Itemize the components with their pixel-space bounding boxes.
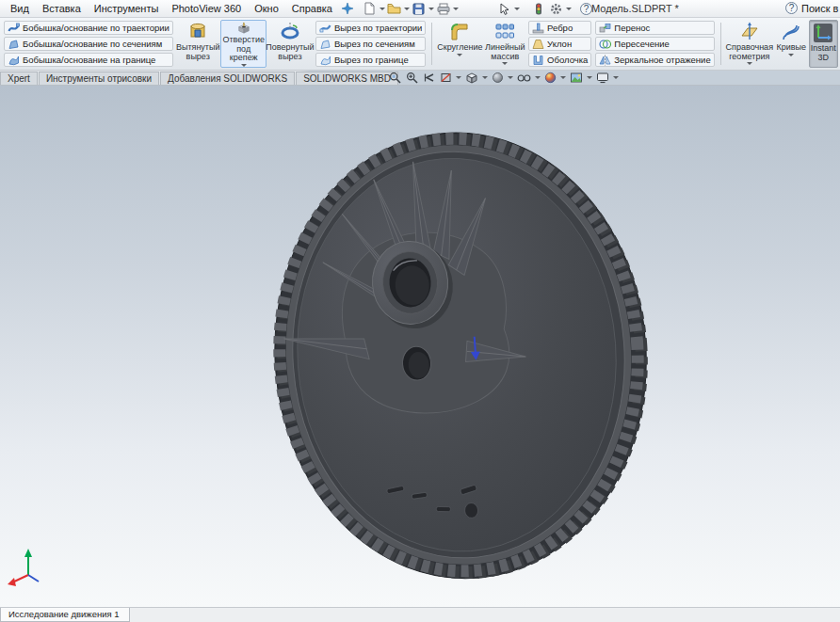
- reference-geometry-caret[interactable]: [747, 62, 752, 65]
- linear-pattern-button[interactable]: Линейный массив: [483, 20, 526, 68]
- reference-geometry-icon: [739, 22, 760, 42]
- section-view-icon[interactable]: [439, 72, 453, 84]
- edit-appearance-caret[interactable]: [560, 76, 566, 79]
- swept-boss-button[interactable]: Бобышка/основание по траектории: [4, 21, 173, 35]
- hide-show-caret[interactable]: [535, 76, 541, 79]
- new-document-caret[interactable]: [380, 8, 385, 10]
- section-view-caret[interactable]: [456, 76, 461, 79]
- tab-solidworks-addins[interactable]: Добавления SOLIDWORKS: [160, 72, 295, 85]
- options-icon[interactable]: [548, 1, 565, 16]
- curves-button[interactable]: Кривые: [774, 20, 809, 68]
- draft-button[interactable]: Уклон: [528, 37, 591, 51]
- pin-icon[interactable]: [339, 1, 356, 16]
- boundary-cut-button[interactable]: Вырез по границе: [315, 53, 426, 67]
- previous-view-icon[interactable]: [422, 72, 436, 84]
- lofted-boss-icon: [8, 39, 20, 50]
- view-orientation-icon[interactable]: [464, 72, 479, 84]
- hole-wizard-caret[interactable]: [241, 64, 247, 67]
- curves-caret[interactable]: [788, 54, 794, 56]
- open-icon[interactable]: [386, 1, 403, 16]
- fillet-caret[interactable]: [457, 54, 462, 56]
- display-style-caret[interactable]: [508, 76, 513, 79]
- menu-view[interactable]: Вид: [4, 1, 36, 16]
- edit-appearance-icon[interactable]: [543, 72, 557, 84]
- shell-button[interactable]: Оболочка: [528, 53, 591, 67]
- zoom-area-icon[interactable]: [405, 72, 419, 84]
- view-settings-glyph: [596, 72, 609, 84]
- apply-scene-icon[interactable]: [569, 72, 584, 84]
- ribbon-separator-1: [431, 23, 432, 65]
- view-settings-icon[interactable]: [595, 72, 610, 84]
- extruded-cut-icon: [187, 22, 208, 42]
- new-document-icon[interactable]: [362, 1, 379, 16]
- mirror-button[interactable]: Зеркальное отражение: [595, 53, 714, 67]
- menu-tools[interactable]: Инструменты: [88, 1, 166, 16]
- boundary-boss-button[interactable]: Бобышка/основание на границе: [4, 53, 173, 67]
- transform-stack: Перенос Пересечение Зеркальное отражение: [593, 20, 716, 68]
- motion-study-tab[interactable]: Исследование движения 1: [0, 608, 130, 622]
- menu-photoview[interactable]: PhotoView 360: [165, 1, 248, 16]
- commandmanager-tab-bar: Xpert Инструменты отрисовки Добавления S…: [0, 71, 840, 86]
- revolved-cut-button[interactable]: Повернутый вырез: [267, 20, 314, 68]
- help-search[interactable]: ? Поиск в Спр: [780, 1, 840, 15]
- rebuild-icon[interactable]: [530, 1, 547, 16]
- command-manager: Бобышка/основание по траектории Бобышка/…: [0, 18, 840, 71]
- select-arrow-caret[interactable]: [514, 8, 520, 10]
- tab-render-tools[interactable]: Инструменты отрисовки: [39, 72, 159, 85]
- intersect-button[interactable]: Пересечение: [595, 37, 714, 51]
- fillet-button[interactable]: Скругление: [436, 20, 483, 68]
- zoom-area-glyph: [406, 72, 418, 84]
- print-caret[interactable]: [453, 8, 459, 10]
- standard-toolbar: [362, 1, 459, 16]
- display-style-glyph: [492, 72, 504, 84]
- instant3d-button[interactable]: Instant 3D: [809, 20, 838, 68]
- tab-dimxpert[interactable]: Xpert: [0, 72, 38, 85]
- rib-button[interactable]: Ребро: [528, 21, 591, 35]
- linear-pattern-label: Линейный массив: [484, 43, 525, 61]
- save-caret[interactable]: [428, 8, 434, 10]
- display-style-icon[interactable]: [491, 72, 505, 84]
- graphics-viewport[interactable]: [0, 86, 840, 607]
- solidworks-window: Вид Вставка Инструменты PhotoView 360 Ок…: [0, 0, 840, 622]
- hide-show-icon[interactable]: [516, 72, 532, 84]
- extruded-cut-button[interactable]: Вытянутый вырез: [175, 20, 221, 68]
- zoom-fit-icon[interactable]: [388, 72, 402, 84]
- view-settings-caret[interactable]: [613, 76, 619, 79]
- apply-scene-caret[interactable]: [587, 76, 592, 79]
- boundary-cut-label: Вырез по границе: [334, 55, 409, 65]
- gear-model[interactable]: [260, 120, 661, 591]
- help-icon[interactable]: ?: [580, 3, 592, 15]
- selection-toolbar: ?: [496, 1, 592, 16]
- save-icon[interactable]: [411, 1, 428, 16]
- swept-boss-label: Бобышка/основание по траектории: [23, 23, 170, 33]
- lofted-cut-icon: [319, 39, 331, 50]
- swept-cut-button[interactable]: Вырез по траектории: [315, 21, 426, 35]
- pin-star-glyph: [342, 3, 353, 14]
- menu-help[interactable]: Справка: [285, 1, 339, 16]
- tab-solidworks-mbd[interactable]: SOLIDWORKS MBD: [296, 72, 398, 85]
- open-caret[interactable]: [404, 8, 410, 10]
- boundary-boss-icon: [8, 55, 20, 66]
- linear-pattern-caret[interactable]: [502, 62, 508, 65]
- menu-insert[interactable]: Вставка: [36, 1, 88, 16]
- rib-icon: [532, 23, 544, 34]
- select-arrow-icon[interactable]: [496, 1, 513, 16]
- lofted-cut-button[interactable]: Вырез по сечениям: [315, 37, 426, 51]
- print-icon[interactable]: [435, 1, 452, 16]
- hole-wizard-button[interactable]: Отверстие под крепеж: [220, 20, 266, 68]
- view-orientation-caret[interactable]: [482, 76, 488, 79]
- menu-window[interactable]: Окно: [248, 1, 285, 16]
- extruded-cut-label: Вытянутый вырез: [176, 43, 220, 61]
- linear-pattern-icon: [494, 22, 515, 42]
- triad-y-axis: [24, 549, 32, 557]
- ribbon-separator-2: [720, 23, 721, 65]
- move-button[interactable]: Перенос: [595, 21, 714, 35]
- lofted-boss-button[interactable]: Бобышка/основание по сечениям: [4, 37, 173, 51]
- reference-geometry-button[interactable]: Справочная геометрия: [725, 20, 774, 68]
- help-search-label: Поиск в Спр: [801, 3, 840, 14]
- hide-show-glyph: [517, 72, 531, 84]
- fillet-icon: [449, 22, 470, 42]
- apply-scene-glyph: [570, 72, 583, 84]
- help-search-icon: ?: [785, 2, 798, 14]
- options-caret[interactable]: [566, 8, 572, 10]
